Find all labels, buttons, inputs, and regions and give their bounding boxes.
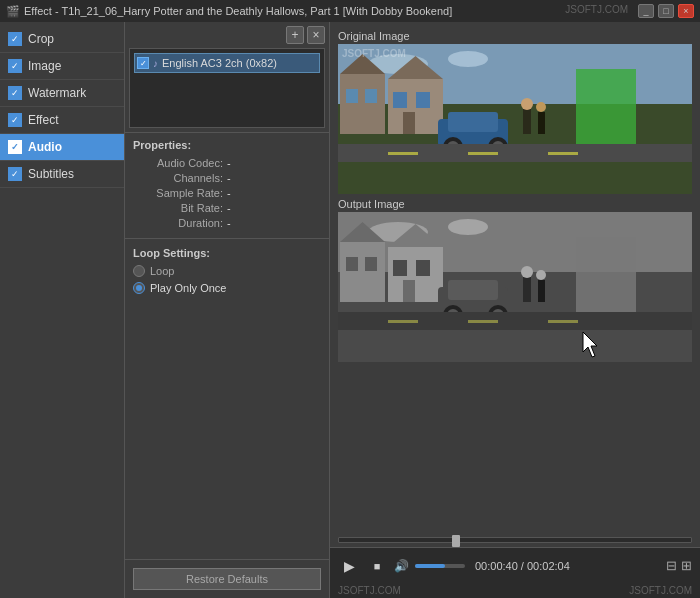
svg-rect-22 bbox=[538, 112, 545, 134]
prop-label-channels: Channels: bbox=[133, 172, 223, 184]
svg-point-23 bbox=[536, 102, 546, 112]
restore-defaults-button[interactable]: Restore Defaults bbox=[133, 568, 321, 590]
title-bar: 🎬 Effect - T1h_21_06_Harry Potter and th… bbox=[0, 0, 700, 22]
svg-rect-25 bbox=[388, 152, 418, 155]
sidebar-label-watermark: Watermark bbox=[28, 86, 86, 100]
controls-bar: ▶ ■ 🔊 00:00:40 / 00:02:04 ⊟ ⊞ bbox=[330, 547, 700, 583]
svg-rect-54 bbox=[468, 320, 498, 323]
svg-rect-27 bbox=[548, 152, 578, 155]
bottom-bar: JSOFTJ.COM JSOFTJ.COM bbox=[330, 583, 700, 598]
svg-rect-26 bbox=[468, 152, 498, 155]
bottom-watermark-left: JSOFTJ.COM bbox=[338, 585, 401, 596]
svg-rect-55 bbox=[548, 320, 578, 323]
svg-point-21 bbox=[521, 98, 533, 110]
sidebar-label-crop: Crop bbox=[28, 32, 54, 46]
loop-section: Loop Settings: Loop Play Only Once bbox=[125, 238, 329, 302]
loop-option-once[interactable]: Play Only Once bbox=[133, 282, 321, 294]
right-panel: Original Image bbox=[330, 22, 700, 598]
add-track-button[interactable]: + bbox=[286, 26, 304, 44]
watermark-checkbox[interactable]: ✓ bbox=[8, 86, 22, 100]
properties-section: Properties: Audio Codec: - Channels: - S… bbox=[125, 132, 329, 238]
prop-label-samplerate: Sample Rate: bbox=[133, 187, 223, 199]
svg-rect-6 bbox=[346, 89, 358, 103]
sidebar-item-effect[interactable]: ✓ Effect bbox=[0, 107, 124, 134]
volume-fill bbox=[415, 564, 445, 568]
sidebar-label-image: Image bbox=[28, 59, 61, 73]
svg-point-30 bbox=[448, 219, 488, 235]
track-item[interactable]: ✓ ♪ English AC3 2ch (0x82) bbox=[134, 53, 320, 73]
sidebar: ✓ Crop ✓ Image ✓ Watermark ✓ Effect ✓ Au… bbox=[0, 22, 125, 598]
bottom-watermark-right: JSOFTJ.COM bbox=[629, 585, 692, 596]
frame-forward-icon[interactable]: ⊞ bbox=[681, 558, 692, 573]
svg-rect-34 bbox=[346, 257, 358, 271]
original-image-svg bbox=[338, 44, 692, 194]
svg-rect-40 bbox=[403, 280, 415, 302]
svg-rect-50 bbox=[538, 280, 545, 302]
minimize-button[interactable]: _ bbox=[638, 4, 654, 18]
loop-option-loop[interactable]: Loop bbox=[133, 265, 321, 277]
crop-checkbox[interactable]: ✓ bbox=[8, 32, 22, 46]
play-button[interactable]: ▶ bbox=[338, 555, 360, 577]
properties-title: Properties: bbox=[133, 139, 321, 151]
remove-track-button[interactable]: × bbox=[307, 26, 325, 44]
track-label: English AC3 2ch (0x82) bbox=[162, 57, 277, 69]
sidebar-item-subtitles[interactable]: ✓ Subtitles bbox=[0, 161, 124, 188]
svg-point-49 bbox=[521, 266, 533, 278]
sidebar-item-audio[interactable]: ✓ Audio bbox=[0, 134, 124, 161]
sidebar-label-subtitles: Subtitles bbox=[28, 167, 74, 181]
scrubber-area[interactable] bbox=[330, 531, 700, 547]
prop-value-bitrate: - bbox=[227, 202, 231, 214]
stop-button[interactable]: ■ bbox=[366, 555, 388, 577]
track-checkbox[interactable]: ✓ bbox=[137, 57, 149, 69]
original-preview: JSOFTJ.COM bbox=[338, 44, 692, 194]
sidebar-item-image[interactable]: ✓ Image bbox=[0, 53, 124, 80]
scrubber-track[interactable] bbox=[338, 537, 692, 543]
time-display: 00:00:40 / 00:02:04 bbox=[475, 560, 570, 572]
subtitles-checkbox[interactable]: ✓ bbox=[8, 167, 22, 181]
app-icon: 🎬 bbox=[6, 5, 20, 18]
svg-rect-48 bbox=[523, 277, 531, 302]
svg-rect-38 bbox=[393, 260, 407, 276]
prop-value-codec: - bbox=[227, 157, 231, 169]
sidebar-label-audio: Audio bbox=[28, 140, 62, 154]
sidebar-label-effect: Effect bbox=[28, 113, 58, 127]
svg-point-2 bbox=[448, 51, 488, 67]
original-watermark-tl: JSOFTJ.COM bbox=[342, 48, 406, 59]
prop-label-duration: Duration: bbox=[133, 217, 223, 229]
loop-radio-circle[interactable] bbox=[133, 265, 145, 277]
loop-option-loop-label: Loop bbox=[150, 265, 174, 277]
prop-row-channels: Channels: - bbox=[133, 172, 321, 184]
audio-checkbox[interactable]: ✓ bbox=[8, 140, 22, 154]
sidebar-item-crop[interactable]: ✓ Crop bbox=[0, 26, 124, 53]
frame-back-icon[interactable]: ⊟ bbox=[666, 558, 677, 573]
prop-row-duration: Duration: - bbox=[133, 217, 321, 229]
volume-slider[interactable] bbox=[415, 564, 465, 568]
loop-radio-group: Loop Play Only Once bbox=[133, 265, 321, 294]
tracks-area: + × ✓ ♪ English AC3 2ch (0x82) bbox=[125, 22, 329, 132]
prop-value-duration: - bbox=[227, 217, 231, 229]
close-button[interactable]: × bbox=[678, 4, 694, 18]
svg-rect-53 bbox=[388, 320, 418, 323]
sidebar-item-watermark[interactable]: ✓ Watermark bbox=[0, 80, 124, 107]
original-image-label: Original Image bbox=[338, 30, 692, 194]
svg-point-51 bbox=[536, 270, 546, 280]
effect-checkbox[interactable]: ✓ bbox=[8, 113, 22, 127]
loop-option-once-label: Play Only Once bbox=[150, 282, 226, 294]
svg-rect-11 bbox=[416, 92, 430, 108]
output-preview bbox=[338, 212, 692, 362]
once-radio-circle[interactable] bbox=[133, 282, 145, 294]
loop-title: Loop Settings: bbox=[133, 247, 321, 259]
svg-rect-43 bbox=[448, 280, 498, 300]
volume-icon: 🔊 bbox=[394, 559, 409, 573]
track-list: ✓ ♪ English AC3 2ch (0x82) bbox=[129, 48, 325, 128]
svg-rect-32 bbox=[340, 242, 385, 302]
maximize-button[interactable]: □ bbox=[658, 4, 674, 18]
scrubber-thumb[interactable] bbox=[452, 535, 460, 547]
svg-rect-35 bbox=[365, 257, 377, 271]
image-checkbox[interactable]: ✓ bbox=[8, 59, 22, 73]
audio-track-icon: ♪ bbox=[153, 58, 158, 69]
svg-rect-13 bbox=[576, 69, 636, 154]
svg-rect-39 bbox=[416, 260, 430, 276]
svg-rect-20 bbox=[523, 109, 531, 134]
output-image-svg bbox=[338, 212, 692, 362]
